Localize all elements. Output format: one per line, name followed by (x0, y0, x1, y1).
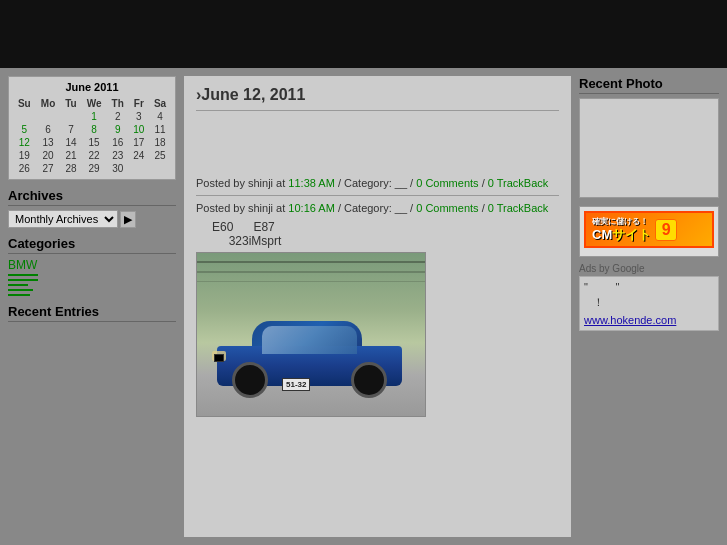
cal-header-sa: Sa (149, 97, 171, 110)
roof-line2 (197, 271, 425, 273)
car-image: 51-32 (196, 252, 426, 417)
post2-category-label: Category: (344, 202, 392, 214)
cal-cell: 2 (107, 110, 129, 123)
post1-by: Posted by shinji at (196, 177, 285, 189)
cal-cell: 25 (149, 149, 171, 162)
cal-header-fr: Fr (129, 97, 149, 110)
category-bmw-link[interactable]: BMW (8, 258, 176, 272)
cal-cell: 22 (81, 149, 106, 162)
main-wrapper: June 2011 Su Mo Tu We Th Fr Sa 1 2 (0, 68, 727, 545)
cal-cell (61, 110, 82, 123)
roof-line1 (197, 261, 425, 263)
cal-cell: 4 (149, 110, 171, 123)
cal-header-mo: Mo (36, 97, 61, 110)
category-line-5 (8, 294, 30, 296)
post2-trackback-link[interactable]: 0 TrackBack (488, 202, 549, 214)
cal-cell: 24 (129, 149, 149, 162)
top-bar (0, 0, 727, 68)
category-line-4 (8, 289, 33, 291)
left-sidebar: June 2011 Su Mo Tu We Th Fr Sa 1 2 (8, 76, 176, 537)
ad-banner-icon: 9 (655, 219, 677, 241)
category-line-3 (8, 284, 28, 286)
roof-line3 (197, 281, 425, 282)
post1-trackback-count: 0 TrackBack (488, 177, 549, 189)
cal-cell (129, 162, 149, 175)
cal-cell: 19 (13, 149, 36, 162)
post1-trackback-link[interactable]: 0 TrackBack (488, 177, 549, 189)
cal-cell: 17 (129, 136, 149, 149)
ad-banner[interactable]: 確実に儲ける！ CMサイト 9 (584, 211, 714, 248)
cal-cell (36, 110, 61, 123)
cal-cell: 3 (129, 110, 149, 123)
calendar-title: June 2011 (13, 81, 171, 93)
license-plate: 51-32 (282, 378, 310, 391)
cal-cell: 6 (36, 123, 61, 136)
post2-time-link[interactable]: 10:16 AM (288, 202, 334, 214)
ad-banner-text: CMサイト (592, 227, 651, 243)
cal-cell-10[interactable]: 10 (129, 123, 149, 136)
ad-text-line1: " " (584, 281, 714, 293)
ad-website-link[interactable]: www.hokende.com (584, 314, 676, 326)
cal-cell (149, 162, 171, 175)
cal-cell: 11 (149, 123, 171, 136)
cal-header-tu: Tu (61, 97, 82, 110)
recent-photo-title: Recent Photo (579, 76, 719, 94)
post-title: ›June 12, 2011 (196, 86, 559, 104)
archives-go-button[interactable]: ▶ (120, 211, 136, 228)
archives-dropdown: Monthly Archives ▶ (8, 210, 176, 228)
post1-body (196, 117, 559, 177)
cal-cell: 13 (36, 136, 61, 149)
post-divider-2 (196, 195, 559, 196)
cal-cell: 28 (61, 162, 82, 175)
main-content: ›June 12, 2011 Posted by shinji at 11:38… (184, 76, 571, 537)
recent-entries-title: Recent Entries (8, 304, 176, 322)
post2-comments-link[interactable]: 0 Comments (416, 202, 478, 214)
car-model3: 323iMsprt (229, 234, 282, 248)
cal-cell-5[interactable]: 5 (13, 123, 36, 136)
post1-comments-link[interactable]: 0 Comments (416, 177, 478, 189)
cal-cell: 15 (81, 136, 106, 149)
cal-cell-8[interactable]: 8 (81, 123, 106, 136)
category-line-2 (8, 279, 38, 281)
cal-cell: 20 (36, 149, 61, 162)
cal-cell: 26 (13, 162, 36, 175)
cal-cell: 29 (81, 162, 106, 175)
ads-by-google-label: Ads by Google (579, 263, 719, 274)
monthly-archives-select[interactable]: Monthly Archives (8, 210, 118, 228)
cal-header-we: We (81, 97, 106, 110)
car-wheel-rear (351, 362, 387, 398)
car-wheel-front (232, 362, 268, 398)
post1-meta: Posted by shinji at 11:38 AM / Category:… (196, 177, 559, 189)
car-info: E60 E87 323iMsprt (212, 220, 559, 248)
ad-text-line2: ！ (584, 295, 714, 310)
cal-cell: 21 (61, 149, 82, 162)
post1-time-link[interactable]: 11:38 AM (288, 177, 334, 189)
cal-cell (13, 110, 36, 123)
car-window (262, 326, 357, 354)
cal-cell: 30 (107, 162, 129, 175)
ad-banner-tagline: 確実に儲ける！ CMサイト (592, 217, 651, 242)
cal-cell: 14 (61, 136, 82, 149)
categories-section-title: Categories (8, 236, 176, 254)
post1-category-label: Category: (344, 177, 392, 189)
cal-header-th: Th (107, 97, 129, 110)
recent-photo-box (579, 98, 719, 198)
car-model1: E60 (212, 220, 233, 234)
cal-cell-12[interactable]: 12 (13, 136, 36, 149)
cal-cell-9[interactable]: 9 (107, 123, 129, 136)
calendar: June 2011 Su Mo Tu We Th Fr Sa 1 2 (8, 76, 176, 180)
google-ad-block: " " ！ www.hokende.com (579, 276, 719, 331)
cal-cell-1[interactable]: 1 (81, 110, 106, 123)
right-sidebar: Recent Photo 確実に儲ける！ CMサイト 9 Ads by Goog… (579, 76, 719, 537)
cal-cell: 16 (107, 136, 129, 149)
archives-section-title: Archives (8, 188, 176, 206)
cal-cell: 27 (36, 162, 61, 175)
post1-category-val: __ (395, 177, 407, 189)
cal-cell: 18 (149, 136, 171, 149)
car-grille (214, 354, 224, 362)
post2-meta: Posted by shinji at 10:16 AM / Category:… (196, 202, 559, 214)
post2-by: Posted by shinji at (196, 202, 285, 214)
cal-header-su: Su (13, 97, 36, 110)
car-body: 51-32 (212, 321, 407, 396)
ad-box: 確実に儲ける！ CMサイト 9 (579, 206, 719, 257)
